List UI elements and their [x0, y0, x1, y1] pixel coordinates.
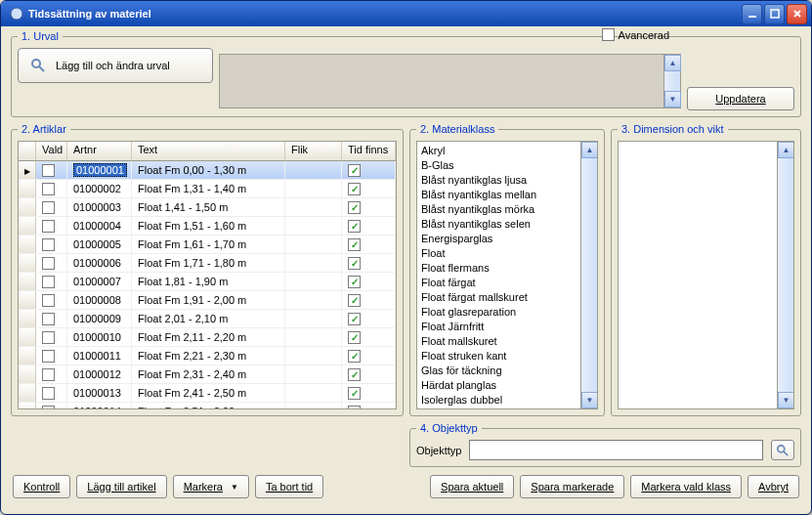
dimension-list[interactable]: ▲ ▼	[618, 141, 794, 409]
list-item[interactable]: Härdat planglas	[421, 378, 593, 393]
col-flik[interactable]: Flik	[285, 142, 342, 160]
tid-checkbox[interactable]	[348, 406, 361, 409]
tid-checkbox[interactable]	[348, 294, 361, 307]
scroll-down-icon[interactable]: ▼	[581, 392, 598, 408]
list-item[interactable]: Glas för täckning	[421, 364, 593, 378]
material-list[interactable]: AkrylB-GlasBlåst nyantikglas ljusaBlåst …	[416, 141, 598, 409]
material-scroll[interactable]: ▲ ▼	[580, 142, 597, 408]
vald-checkbox[interactable]	[42, 368, 55, 381]
vald-checkbox[interactable]	[42, 313, 55, 325]
list-item[interactable]: Float mallskuret	[421, 334, 593, 349]
tid-checkbox[interactable]	[348, 350, 361, 363]
list-item[interactable]: Blåst nyantikglas selen	[421, 217, 593, 232]
artnr-cell: 01000001	[73, 163, 127, 177]
minimize-button[interactable]	[742, 4, 762, 24]
table-row[interactable]: 01000011Float Fm 2,21 - 2,30 m	[19, 347, 396, 365]
tid-checkbox[interactable]	[348, 368, 361, 381]
table-row[interactable]: 01000013Float Fm 2,41 - 2,50 m	[19, 384, 396, 403]
col-text[interactable]: Text	[132, 142, 285, 160]
list-item[interactable]: Blåst nyantikglas mörka	[421, 202, 593, 217]
list-item[interactable]: B-Glas	[421, 158, 593, 173]
list-item[interactable]: Float glasreparation	[421, 305, 593, 320]
tid-checkbox[interactable]	[348, 313, 361, 325]
vald-checkbox[interactable]	[42, 257, 55, 270]
col-vald[interactable]: Vald	[36, 142, 67, 160]
table-row[interactable]: 01000002Float Fm 1,31 - 1,40 m	[19, 180, 396, 198]
advanced-checkbox-wrap[interactable]: Avancerad	[602, 28, 669, 41]
markera-vald-klass-button[interactable]: Markera vald klass	[630, 475, 742, 498]
list-item[interactable]: Float	[421, 246, 593, 261]
artnr-cell: 01000008	[73, 294, 121, 306]
vald-checkbox[interactable]	[42, 201, 55, 214]
list-item[interactable]: Float struken kant	[421, 349, 593, 364]
kontroll-button[interactable]: Kontroll	[13, 475, 70, 498]
list-item[interactable]: Blåst nyantikglas ljusa	[421, 173, 593, 188]
markera-dropdown-button[interactable]: Markera	[173, 475, 249, 498]
objekttyp-legend: 4. Objekttyp	[416, 422, 482, 434]
urval-grid[interactable]: ▲ ▼	[219, 54, 681, 108]
list-item[interactable]: Float Järnfritt	[421, 320, 593, 334]
advanced-checkbox[interactable]	[602, 28, 615, 41]
col-artnr[interactable]: Artnr	[67, 142, 132, 160]
list-item[interactable]: Float färgat	[421, 276, 593, 290]
list-item[interactable]: Float färgat mallskuret	[421, 290, 593, 305]
tid-checkbox[interactable]	[348, 331, 361, 344]
list-item[interactable]: Blåst nyantikglas mellan	[421, 188, 593, 202]
add-change-urval-button[interactable]: Lägg till och ändra urval	[18, 48, 213, 83]
list-item[interactable]: Energisparglas	[421, 232, 593, 246]
list-item[interactable]: Isolerglas dubbel	[421, 393, 593, 408]
tid-checkbox[interactable]	[348, 387, 361, 400]
vald-checkbox[interactable]	[42, 294, 55, 307]
tid-checkbox[interactable]	[348, 201, 361, 214]
maximize-button[interactable]	[764, 4, 785, 24]
spara-markerade-button[interactable]: Spara markerade	[520, 475, 624, 498]
urval-scroll-v[interactable]: ▲ ▼	[663, 55, 680, 107]
dimension-scroll[interactable]: ▲ ▼	[777, 142, 793, 408]
vald-checkbox[interactable]	[42, 238, 55, 251]
table-row[interactable]: 01000007Float 1,81 - 1,90 m	[19, 273, 396, 291]
table-row[interactable]: 01000008Float Fm 1,91 - 2,00 m	[19, 291, 396, 310]
tid-checkbox[interactable]	[348, 238, 361, 251]
list-item[interactable]: Akryl	[421, 144, 593, 158]
scroll-down-icon[interactable]: ▼	[664, 91, 681, 107]
scroll-down-icon[interactable]: ▼	[778, 392, 794, 408]
tid-checkbox[interactable]	[348, 220, 361, 233]
artnr-cell: 01000003	[73, 201, 121, 213]
table-row[interactable]: 01000014Float Fm 2,51 - 2,60 m	[19, 403, 396, 408]
app-icon	[9, 6, 24, 21]
update-button[interactable]: Uppdatera	[687, 87, 794, 110]
scroll-up-icon[interactable]: ▲	[664, 55, 681, 71]
vald-checkbox[interactable]	[42, 164, 55, 177]
list-item[interactable]: Float flermans	[421, 261, 593, 276]
table-row[interactable]: 01000006Float Fm 1,71 - 1,80 m	[19, 254, 396, 273]
tid-checkbox[interactable]	[348, 183, 361, 195]
table-row[interactable]: 01000003Float 1,41 - 1,50 m	[19, 198, 396, 217]
vald-checkbox[interactable]	[42, 220, 55, 233]
vald-checkbox[interactable]	[42, 276, 55, 288]
table-row[interactable]: 01000004Float Fm 1,51 - 1,60 m	[19, 217, 396, 236]
table-row[interactable]: 01000010Float Fm 2,11 - 2,20 m	[19, 328, 396, 347]
tid-checkbox[interactable]	[348, 257, 361, 270]
lagg-till-artikel-button[interactable]: Lägg till artikel	[76, 475, 166, 498]
scroll-up-icon[interactable]: ▲	[581, 142, 598, 158]
artiklar-table[interactable]: Vald Artnr Text Flik Tid finns 01000001F…	[18, 141, 397, 409]
col-tid[interactable]: Tid finns	[342, 142, 396, 160]
table-row[interactable]: 01000005Float Fm 1,61 - 1,70 m	[19, 236, 396, 254]
vald-checkbox[interactable]	[42, 406, 55, 409]
tid-checkbox[interactable]	[348, 276, 361, 288]
table-row[interactable]: 01000009Float 2,01 - 2,10 m	[19, 310, 396, 328]
table-row[interactable]: 01000001Float Fm 0,00 - 1,30 m	[19, 161, 396, 180]
table-row[interactable]: 01000012Float Fm 2,31 - 2,40 m	[19, 365, 396, 384]
vald-checkbox[interactable]	[42, 183, 55, 195]
close-button[interactable]	[787, 4, 807, 24]
ta-bort-tid-button[interactable]: Ta bort tid	[255, 475, 323, 498]
objekttyp-search-button[interactable]	[771, 440, 794, 460]
avbryt-button[interactable]: Avbryt	[748, 475, 799, 498]
vald-checkbox[interactable]	[42, 350, 55, 363]
tid-checkbox[interactable]	[348, 164, 361, 177]
objekttyp-input[interactable]	[469, 440, 763, 460]
vald-checkbox[interactable]	[42, 387, 55, 400]
vald-checkbox[interactable]	[42, 331, 55, 344]
scroll-up-icon[interactable]: ▲	[778, 142, 794, 158]
spara-aktuell-button[interactable]: Spara aktuell	[430, 475, 514, 498]
